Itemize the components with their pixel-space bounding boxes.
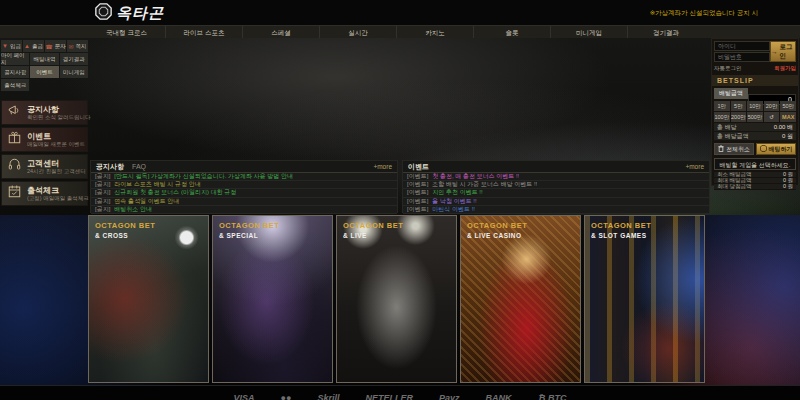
promo-card-cross[interactable]: OCTAGON BET & CROSS — [88, 215, 209, 383]
withdraw-icon: ▲ — [24, 43, 30, 49]
place-bet-button[interactable]: 배팅하기 — [756, 143, 796, 155]
amount-button-500man[interactable]: 500만 — [747, 112, 763, 122]
sidebar-item-minigame[interactable]: 미니게임 — [60, 66, 88, 78]
sidebar-item-event[interactable]: 이벤트 — [30, 66, 58, 78]
total-payout-row: 총 배당금액 0 원 — [714, 132, 796, 141]
promo-brand: OCTAGON BET — [219, 221, 279, 230]
event-more-link[interactable]: +more — [685, 163, 704, 170]
amount-max-button[interactable]: MAX — [780, 112, 796, 122]
max-win-label: 최대 당첨금액 — [717, 183, 752, 190]
sidebar-item-mypage[interactable]: 마이 페이지 — [1, 53, 29, 65]
banner-event-subtitle: 매일매일 새로운 이벤트 — [27, 141, 85, 148]
gift-icon — [7, 130, 23, 149]
event-item[interactable]: [이벤트] 마틴식 이벤트 !! — [403, 206, 709, 214]
phone-icon: ☎ — [45, 43, 52, 50]
withdraw-button[interactable]: ▲ 출금 — [23, 40, 44, 52]
banner-support-title: 고객센터 — [27, 159, 86, 168]
banner-notice[interactable]: 공지사항 확인된 소식 알려드립니다 — [1, 100, 88, 125]
header-notice-ticker: ※가상계좌가 신설되었습니다 공지 시 — [650, 9, 758, 18]
promo-card-live[interactable]: OCTAGON BET & LIVE — [336, 215, 457, 383]
sidebar-item-attendance[interactable]: 출석체크 — [1, 79, 29, 91]
bitcoin-logo: ₿ BTC — [538, 393, 567, 400]
partner-logos: VISA ●● Skrill NETELLER Payz BANK ₿ BTC — [0, 393, 800, 400]
banner-attendance-title: 출석체크 — [27, 186, 89, 195]
banner-support[interactable]: 고객센터 24시간 친절한 고객센터 — [1, 154, 88, 179]
bet-amount-tab[interactable]: 배팅금액 — [714, 88, 748, 99]
auth-links-row: 자동로그인 회원가입 — [714, 64, 796, 73]
notice-more-link[interactable]: +more — [373, 163, 392, 170]
withdraw-label: 출금 — [32, 43, 43, 50]
octagon-mini-icon — [760, 145, 767, 153]
sidebar-item-results[interactable]: 경기결과 — [60, 53, 88, 65]
event-panel-title: 이벤트 — [408, 162, 429, 172]
sidebar-item-notice[interactable]: 공지사항 — [1, 66, 29, 78]
amount-button-20man[interactable]: 20만 — [764, 101, 780, 111]
password-field[interactable] — [714, 52, 770, 62]
amount-button-10man[interactable]: 10만 — [747, 101, 763, 111]
betslip-buttons: 전체취소 배팅하기 — [714, 143, 796, 155]
megaphone-icon — [7, 103, 23, 122]
clear-all-label: 전체취소 — [726, 145, 750, 154]
promo-brand: OCTAGON BET — [95, 221, 155, 230]
signup-link[interactable]: 회원가입 — [774, 65, 796, 72]
banner-attendance[interactable]: 출석체크 (고정) 매일매일 출석체크 — [1, 181, 88, 206]
sms-label: 문자 — [55, 43, 66, 50]
note-label: 쪽지 — [76, 43, 87, 50]
promo-sub: & LIVE — [343, 232, 403, 239]
sms-button[interactable]: ☎ 문자 — [45, 40, 66, 52]
total-payout-label: 총 배당금액 — [717, 132, 749, 141]
casino-woman-image — [461, 216, 580, 382]
event-panel: 이벤트 +more [이벤트] 첫 충전, 매 충전 보너스 이벤트 !! [이… — [402, 160, 710, 213]
login-arrow-icon: → — [771, 48, 778, 55]
notice-item[interactable]: [공지] 배팅취소 안내 — [91, 206, 397, 214]
tab-faq[interactable]: FAQ — [132, 163, 146, 170]
deposit-icon: ▼ — [2, 43, 8, 49]
max-win-row: 최대 당첨금액 0 원 — [714, 184, 796, 190]
username-field[interactable] — [714, 41, 770, 51]
promo-brand: OCTAGON BET — [591, 221, 651, 230]
amount-button-5man[interactable]: 5만 — [731, 101, 747, 111]
login-betslip-panel: → 로그인 자동로그인 회원가입 BETSLIP 배팅금액 1만 5만 10만 … — [711, 38, 799, 186]
promo-cards: OCTAGON BET & CROSS OCTAGON BET & SPECIA… — [88, 215, 705, 383]
amount-reset-button[interactable]: ↺ — [764, 112, 780, 122]
banner-notice-subtitle: 확인된 소식 알려드립니다 — [27, 114, 91, 121]
amount-button-1man[interactable]: 1만 — [714, 101, 730, 111]
banner-support-subtitle: 24시간 친절한 고객센터 — [27, 168, 86, 175]
place-bet-label: 배팅하기 — [769, 145, 793, 154]
promo-brand: OCTAGON BET — [467, 221, 527, 230]
auto-login-toggle[interactable]: 자동로그인 — [714, 65, 742, 72]
skrill-logo: Skrill — [317, 393, 339, 400]
notice-panel: 공지사항 FAQ +more [공지] [반드시 필독] 가상계좌가 신설되었습… — [90, 160, 398, 213]
mastercard-logo: ●● — [281, 393, 292, 400]
total-odds-label: 총 배당 — [717, 123, 737, 132]
amount-button-100man[interactable]: 100만 — [714, 112, 730, 122]
betslip-header: BETSLIP — [712, 75, 798, 86]
main-navigation: 국내형 크로스 라이브 스포츠 스페셜 실시간 카지노 슬롯 미니게임 경기결과 — [0, 25, 800, 38]
login-button[interactable]: → 로그인 — [770, 41, 796, 62]
promo-card-live-casino[interactable]: OCTAGON BET & LIVE CASINO — [460, 215, 581, 383]
envelope-icon: ✉ — [68, 43, 73, 50]
banner-event[interactable]: 이벤트 매일매일 새로운 이벤트 — [1, 127, 88, 152]
page: 옥타곤 ※가상계좌가 신설되었습니다 공지 시 국내형 크로스 라이브 스포츠 … — [0, 0, 800, 400]
calendar-icon — [7, 184, 23, 203]
max-win-value: 0 원 — [783, 183, 793, 190]
amount-button-200man[interactable]: 200만 — [731, 112, 747, 122]
event-item-text: 마틴식 이벤트 !! — [432, 205, 475, 214]
site-logo[interactable]: 옥타곤 — [95, 3, 164, 24]
sidebar-quick-buttons: ▼ 입금 ▲ 출금 ☎ 문자 ✉ 쪽지 마이 페이지 배팅내역 경기결과 공지사… — [1, 40, 88, 91]
note-button[interactable]: ✉ 쪽지 — [67, 40, 88, 52]
bet-amount-row: 배팅금액 — [714, 88, 796, 99]
tab-notice[interactable]: 공지사항 — [96, 162, 124, 172]
promo-card-slot-games[interactable]: OCTAGON BET & SLOT GAMES — [584, 215, 705, 383]
headset-icon — [7, 157, 23, 176]
clear-all-button[interactable]: 전체취소 — [714, 143, 754, 155]
amount-button-50man[interactable]: 50만 — [780, 101, 796, 111]
banner-attendance-subtitle: (고정) 매일매일 출석체크 — [27, 195, 89, 202]
soccer-goalkeeper-image — [89, 216, 208, 382]
bank-logo: BANK — [486, 393, 512, 400]
deposit-button[interactable]: ▼ 입금 — [1, 40, 22, 52]
promo-card-special[interactable]: OCTAGON BET & SPECIAL — [212, 215, 333, 383]
sidebar-item-bet-history[interactable]: 배팅내역 — [30, 53, 58, 65]
footer-bar: VISA ●● Skrill NETELLER Payz BANK ₿ BTC — [0, 385, 800, 400]
promo-brand: OCTAGON BET — [343, 221, 403, 230]
